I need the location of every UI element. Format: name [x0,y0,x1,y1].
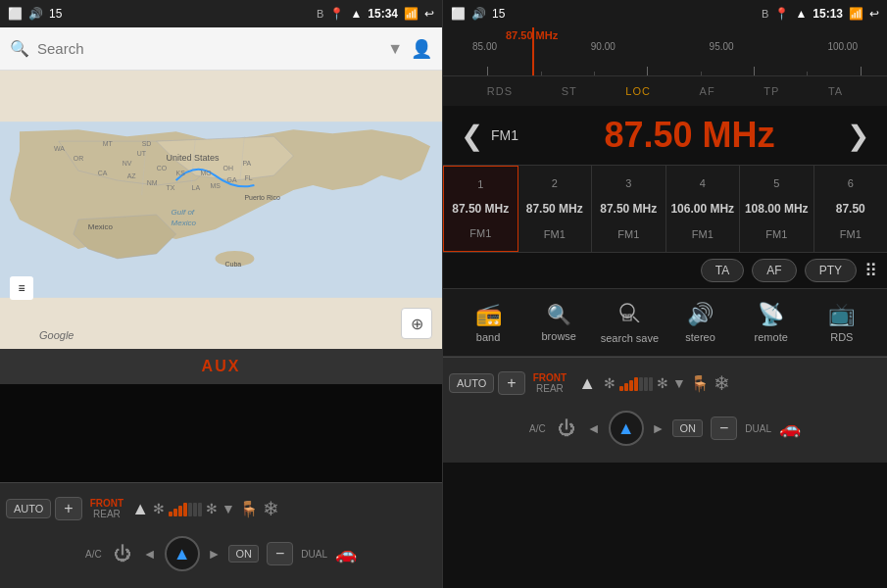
defrost-icon[interactable]: ❄ [263,497,279,520]
r-front-rear-label: FRONT REAR [533,372,567,394]
r-on-button[interactable]: ON [672,419,703,437]
preset-5-num: 5 [773,177,779,189]
r-fan-bar-4 [634,377,638,391]
back-arrow-icon[interactable]: ↩ [424,7,434,21]
r-battery-level: 15 [492,7,505,21]
band-button[interactable]: 📻 band [459,302,517,343]
profile-icon[interactable]: 👤 [411,38,432,60]
search-input[interactable] [37,40,379,57]
seat-icon[interactable]: 🪑 [239,500,259,518]
remote-label-text: remote [755,331,788,343]
grid-view-button[interactable]: ⠿ [864,260,877,281]
right-climate-bottom: A/C ⏻ ◄ ▲ ► ON − DUAL 🚗 [443,409,887,448]
tick-95 [754,67,755,76]
svg-line-32 [633,317,639,322]
r-up-chevron-icon[interactable]: ▲ [578,373,596,394]
af-button[interactable]: AF [752,259,796,282]
preset-5-name: FM1 [765,228,787,240]
label-100: 100.00 [827,41,858,52]
right-climate-bar: AUTO + FRONT REAR ▲ ✻ ✻ ▼ 🪑 ❄ A/C [443,357,887,463]
ta-button[interactable]: TA [701,259,744,282]
preset-4-name: FM1 [692,228,714,240]
tick-90 [647,67,648,76]
tick-100 [861,67,862,76]
r-auto-button[interactable]: AUTO [449,373,494,393]
map-compass-btn[interactable]: ⊕ [401,308,432,339]
preset-2[interactable]: 2 87.50 MHz FM1 [518,166,593,252]
pty-button[interactable]: PTY [805,259,857,282]
fan-bar-1 [169,512,172,516]
volume-icon: 🔊 [28,7,43,21]
r-fan-bar-1 [619,386,623,391]
power-icon[interactable]: ⏻ [114,544,131,564]
search-save-button[interactable]: search save [600,301,659,344]
preset-1[interactable]: 1 87.50 MHz FM1 [443,166,518,252]
svg-text:Gulf of: Gulf of [172,208,195,217]
r-vol-down-icon[interactable]: ◄ [587,420,601,436]
r-vol-up-icon[interactable]: ► [652,420,665,436]
temp-plus-button[interactable]: + [55,497,81,520]
preset-3[interactable]: 3 87.50 MHz FM1 [592,166,666,252]
r-seat-icon[interactable]: 🪑 [690,374,710,393]
map-svg: United States Mexico Cuba Puerto Rico CA… [0,71,442,349]
stereo-button[interactable]: 🔊 stereo [671,302,730,343]
dial-knob[interactable]: ▲ [165,536,200,571]
wifi-icon: ▲ [350,7,362,21]
r-temp-minus-button[interactable]: − [711,416,737,440]
fan-bar-5 [188,503,192,516]
preset-4-num: 4 [700,177,706,189]
r-down-arrow-icon[interactable]: ▼ [672,375,686,391]
preset-1-num: 1 [477,178,483,190]
label-90: 90.00 [591,41,616,52]
freq-indicator-label: 87.50 MHz [506,29,558,41]
down-arrow-icon[interactable]: ▼ [222,501,235,516]
r-defrost-icon[interactable]: ❄ [714,371,730,395]
left-status-bar: ⬜ 🔊 15 B 📍 ▲ 15:34 📶 ↩ [0,0,442,27]
main-freq-area: ❮ FM1 87.50 MHz ❯ [443,106,887,165]
preset-6[interactable]: 6 87.50 FM1 [814,166,888,252]
browse-button[interactable]: 🔍 browse [529,303,588,342]
r-dial-knob[interactable]: ▲ [609,411,644,446]
rds-icon: 📺 [828,302,855,327]
r-car-icon: 🚗 [779,417,801,439]
prev-freq-button[interactable]: ❮ [453,120,491,152]
up-chevron-icon[interactable]: ▲ [131,499,149,519]
left-panel: ⬜ 🔊 15 B 📍 ▲ 15:34 📶 ↩ 🔍 ▼ 👤 [0,0,443,588]
vol-up-icon[interactable]: ► [208,546,222,562]
preset-4[interactable]: 4 106.00 MHz FM1 [666,166,741,252]
r-fan-bar-5 [639,377,643,391]
svg-text:MT: MT [103,140,114,147]
r-location-icon: 📍 [774,7,789,21]
front-rear-label: FRONT REAR [90,498,123,519]
svg-text:GA: GA [226,176,236,183]
preset-2-freq: 87.50 MHz [526,202,583,216]
r-power-icon[interactable]: ⏻ [558,418,575,439]
vol-down-icon[interactable]: ◄ [143,546,157,562]
r-status-left: ⬜ 🔊 15 [451,7,505,21]
r-wifi-icon: ▲ [795,7,807,21]
filter-icon[interactable]: ▼ [387,40,403,58]
on-button[interactable]: ON [228,545,259,563]
band-icon: 📻 [475,302,502,327]
temp-minus-button[interactable]: − [267,542,293,565]
preset-5-freq: 108.00 MHz [745,202,809,216]
preset-2-num: 2 [552,177,558,189]
map-menu-icon[interactable]: ≡ [10,276,33,300]
ruler-labels: 85.00 90.00 95.00 100.00 [443,41,887,52]
preset-3-name: FM1 [617,228,639,240]
rds-button[interactable]: 📺 RDS [813,302,871,343]
car-icon: 🚗 [335,543,357,564]
battery-level: 15 [49,7,62,21]
r-back-arrow-icon[interactable]: ↩ [869,7,879,21]
r-signal-icon: 📶 [849,7,863,21]
r-temp-plus-button[interactable]: + [498,371,524,395]
map-area[interactable]: United States Mexico Cuba Puerto Rico CA… [0,71,442,349]
next-freq-button[interactable]: ❯ [839,120,877,152]
band-label-text: band [476,331,500,343]
fan-bar-3 [178,506,182,516]
remote-button[interactable]: 📡 remote [742,302,801,343]
svg-text:UT: UT [137,150,147,157]
preset-5[interactable]: 5 108.00 MHz FM1 [740,166,814,252]
tick-minor-1 [541,72,542,76]
auto-button[interactable]: AUTO [6,499,51,518]
